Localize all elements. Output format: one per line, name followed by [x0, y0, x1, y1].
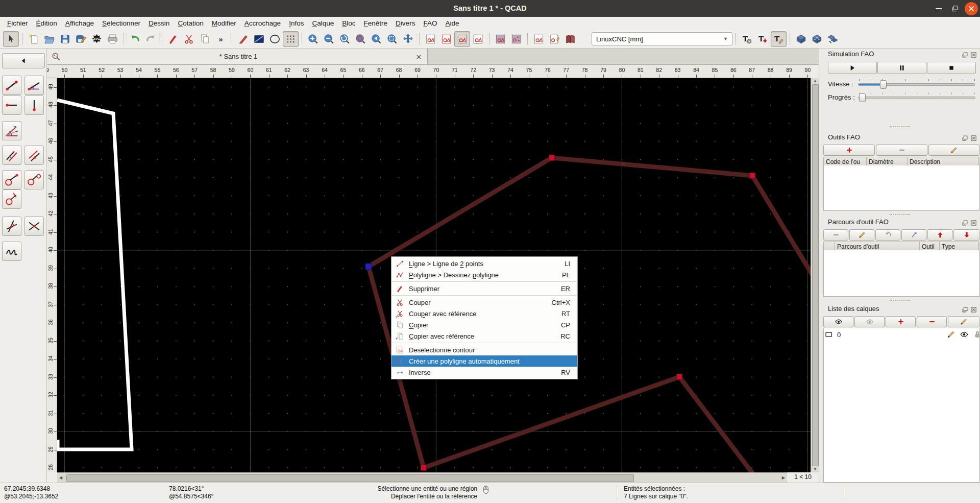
document-tab[interactable]: * Sans titre 1 [47, 49, 428, 64]
toolpath-regenerate-button[interactable] [875, 229, 900, 241]
stop-button[interactable] [927, 62, 976, 74]
menu-cotation[interactable]: Cotation [174, 18, 207, 29]
menu-accrochage[interactable]: Accrochage [240, 18, 285, 29]
cam-simulate-button[interactable] [825, 31, 841, 47]
progress-slider-handle[interactable] [859, 93, 866, 102]
zoom-in-button[interactable] [305, 31, 321, 47]
horizontal-scrollbar[interactable]: ◀ ▶ [57, 472, 787, 483]
menu-dessin[interactable]: Dessin [144, 18, 174, 29]
menu-slectionner[interactable]: Sélectionner [98, 18, 144, 29]
toolpath-remove-button[interactable] [823, 229, 848, 241]
zoom-auto-button[interactable] [337, 31, 353, 47]
menu-aide[interactable]: Aide [441, 18, 463, 29]
layers-float-icon[interactable] [962, 306, 968, 313]
column-header[interactable] [824, 242, 835, 250]
zoom-previous-button[interactable] [369, 31, 384, 47]
vertical-scroll-thumb[interactable] [812, 84, 819, 466]
layers-remove-button[interactable] [917, 316, 947, 327]
tools-close-icon[interactable] [970, 134, 977, 141]
menu-modifier[interactable]: Modifier [208, 18, 240, 29]
line-vertical-button[interactable] [24, 95, 44, 115]
context-menu-item-couper-avec-r-f-rence[interactable]: Couper avec référenceRT [391, 308, 577, 319]
panel-splitter[interactable] [890, 126, 910, 127]
menu-fichier[interactable]: Fichier [3, 18, 32, 29]
column-header[interactable]: Parcours d'outil [835, 242, 920, 250]
toolpath-close-icon[interactable] [970, 219, 977, 226]
layer-edit-icon[interactable] [946, 330, 955, 339]
tool-remove-button[interactable] [876, 145, 927, 156]
vertical-scrollbar[interactable]: ▲ ▼ [811, 78, 819, 472]
postprocessor-combobox[interactable]: LinuxCNC [mm]▼ [592, 32, 732, 45]
context-menu-item-supprimer[interactable]: SupprimerER [391, 283, 577, 294]
layer-lock-icon[interactable] [973, 330, 980, 339]
print-preview-button[interactable] [105, 31, 120, 47]
simulation-float-icon[interactable] [962, 51, 968, 58]
context-menu-item-cr-er-une-polyligne-automatiquement[interactable]: Créer une polyligne automatiquement [391, 355, 577, 367]
zoom-out-button[interactable] [321, 31, 337, 47]
column-header[interactable]: Outil [920, 242, 940, 250]
tools-table-body[interactable] [823, 165, 979, 211]
layers-show-all-button[interactable] [823, 316, 853, 327]
tool-settings-button[interactable]: T [739, 31, 755, 47]
layers-close-icon[interactable] [970, 306, 977, 313]
toolpath-edit-button[interactable] [849, 229, 874, 241]
tool-edit-button[interactable] [928, 145, 979, 156]
zoom-window-button[interactable] [384, 31, 400, 47]
menu-calque[interactable]: Calque [308, 18, 338, 29]
scroll-up-icon[interactable]: ▲ [813, 79, 817, 84]
close-button[interactable] [965, 2, 978, 15]
scroll-left-icon[interactable]: ◀ [59, 475, 62, 481]
line-2-points-button[interactable] [2, 76, 21, 95]
zoom-selection-button[interactable] [353, 31, 369, 47]
context-menu-item-couper[interactable]: CouperCtrl+X [391, 297, 577, 308]
column-header[interactable]: Diamètre [867, 157, 908, 165]
grid-toggle-button[interactable] [283, 31, 299, 47]
cam-fill-contour-button[interactable] [493, 31, 508, 47]
cam-fill-points-button[interactable] [508, 31, 524, 47]
layers-hide-all-button[interactable] [854, 316, 885, 327]
new-file-button[interactable] [26, 31, 41, 47]
context-menu-item-copier-avec-r-f-rence[interactable]: Copier avec référenceRC [391, 330, 577, 342]
menu-affichage[interactable]: Affichage [61, 18, 98, 29]
simulation-close-icon[interactable] [970, 51, 977, 58]
toolpath-float-icon[interactable] [962, 219, 968, 226]
layer-visibility-icon[interactable] [960, 330, 969, 339]
cam-book-button[interactable] [562, 31, 578, 47]
toolpath-postprocess-button[interactable] [901, 229, 926, 241]
layers-add-button[interactable] [886, 316, 916, 327]
toolpath-move-down-button[interactable] [953, 229, 979, 241]
tool-edit-button[interactable]: T [771, 31, 787, 47]
cut-button[interactable] [181, 31, 197, 47]
context-menu-item-des-lectionne-contour[interactable]: Desélectionne contour [391, 344, 577, 355]
erase-button[interactable] [165, 31, 181, 47]
column-header[interactable]: Code de l'ou [824, 157, 867, 165]
select-arrow-button[interactable] [3, 31, 19, 47]
play-button[interactable] [828, 62, 877, 74]
menu-divers[interactable]: Divers [391, 18, 419, 29]
paste-button[interactable] [197, 31, 213, 47]
menu-bloc[interactable]: Bloc [338, 18, 359, 29]
view-iso-dots-button[interactable] [809, 31, 825, 47]
context-menu-item-inverse[interactable]: InverseRV [391, 367, 577, 378]
menu-fao[interactable]: FAO [419, 18, 441, 29]
column-header[interactable]: Description [908, 157, 979, 165]
progress-slider[interactable] [858, 97, 975, 99]
pause-button[interactable] [877, 62, 926, 74]
menu-dition[interactable]: Édition [32, 18, 61, 29]
more-chevron-button[interactable]: » [213, 31, 229, 47]
context-menu-item-ligne-ligne-de-2-points[interactable]: Ligne > Ligne de 2 pointsLI [391, 258, 577, 269]
view-iso-button[interactable] [793, 31, 809, 47]
cam-export-contour-button[interactable] [423, 31, 438, 47]
line-cross-button[interactable] [24, 217, 44, 236]
horizontal-scroll-thumb[interactable] [66, 474, 634, 482]
cam-contour-red-button[interactable] [438, 31, 454, 47]
redo-button[interactable] [143, 31, 159, 47]
cam-contour-x-button[interactable] [470, 31, 486, 47]
speed-slider-handle[interactable] [880, 80, 887, 89]
cam-edit-contour-button[interactable] [547, 31, 562, 47]
line-parallel-button[interactable] [24, 146, 44, 165]
cam-select-contour-button[interactable] [531, 31, 547, 47]
ellipse-button[interactable] [267, 31, 283, 47]
line-tangent-point-button[interactable] [2, 170, 21, 189]
tools-float-icon[interactable] [962, 134, 968, 141]
